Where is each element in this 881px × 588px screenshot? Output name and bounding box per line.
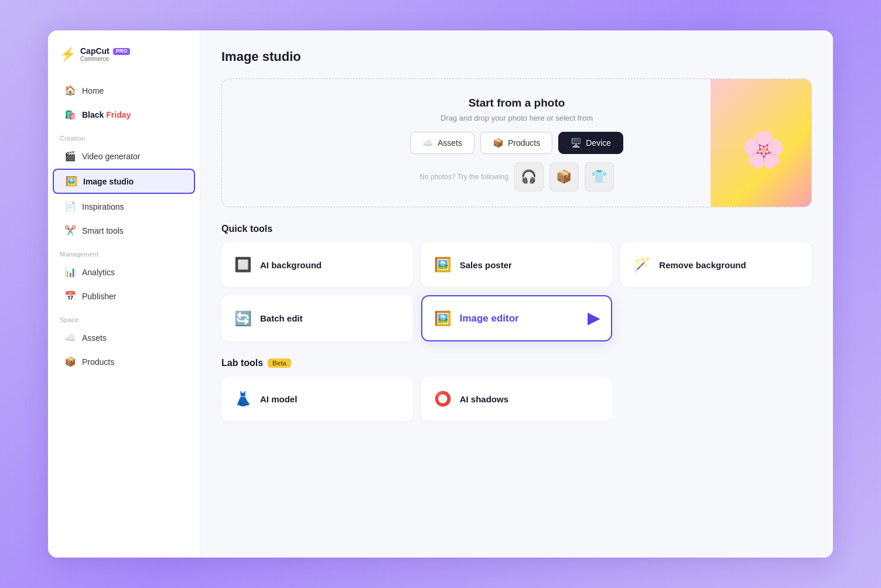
video-generator-icon: 🎬 bbox=[64, 151, 76, 162]
ai-shadows-icon: ⭕ bbox=[434, 391, 452, 407]
inspirations-icon: 📄 bbox=[64, 201, 76, 212]
upload-card: Start from a photo Drag and drop your ph… bbox=[221, 78, 812, 207]
pro-badge: PRO bbox=[113, 48, 131, 55]
logo-main: CapCut bbox=[80, 47, 110, 56]
tool-ai-shadows[interactable]: ⭕ AI shadows bbox=[421, 377, 613, 421]
remove-bg-icon: 🪄 bbox=[633, 257, 651, 273]
sidebar-item-label: Analytics bbox=[82, 268, 115, 277]
sidebar: ⚡ CapCut PRO Commerce 🏠 Home 🛍️ Black Fr… bbox=[48, 30, 200, 558]
sidebar-item-label: Video generator bbox=[82, 152, 140, 161]
sample-thumb-0[interactable]: 🎧 bbox=[514, 162, 544, 192]
page-title: Image studio bbox=[221, 49, 812, 64]
sales-poster-label: Sales poster bbox=[460, 260, 512, 270]
sidebar-item-label: Smart tools bbox=[82, 226, 124, 235]
sidebar-item-smart-tools[interactable]: ✂️ Smart tools bbox=[53, 219, 195, 242]
sidebar-item-home[interactable]: 🏠 Home bbox=[53, 79, 195, 102]
analytics-icon: 📊 bbox=[64, 266, 76, 278]
sidebar-item-label: Assets bbox=[82, 333, 107, 343]
assets-icon: ☁️ bbox=[64, 332, 76, 343]
quick-tools-grid: 🔲 AI background 🖼️ Sales poster 🪄 Remove… bbox=[221, 242, 812, 341]
black-friday-icon: 🛍️ bbox=[64, 109, 76, 120]
logo-icon: ⚡ bbox=[60, 47, 76, 62]
sales-poster-icon: 🖼️ bbox=[434, 257, 452, 273]
assets-btn-icon: ☁️ bbox=[422, 138, 433, 148]
decoration-flower: 🌸 bbox=[711, 79, 812, 207]
tool-remove-background[interactable]: 🪄 Remove background bbox=[620, 242, 812, 287]
logo-area: ⚡ CapCut PRO Commerce bbox=[48, 47, 200, 78]
lab-tools-grid: 👗 AI model ⭕ AI shadows bbox=[221, 377, 812, 421]
section-creation: Creation bbox=[48, 127, 200, 144]
no-photos-row: No photos? Try the following 🎧 📦 👕 bbox=[419, 162, 613, 192]
tool-sales-poster[interactable]: 🖼️ Sales poster bbox=[421, 242, 613, 287]
remove-bg-label: Remove background bbox=[659, 260, 746, 270]
products-btn-icon: 📦 bbox=[493, 138, 504, 148]
device-btn-icon: 🖥️ bbox=[571, 138, 582, 148]
tool-ai-background[interactable]: 🔲 AI background bbox=[221, 242, 413, 287]
image-editor-icon: 🖼️ bbox=[434, 310, 452, 327]
home-icon: 🏠 bbox=[64, 85, 76, 96]
ai-background-label: AI background bbox=[260, 260, 322, 270]
sidebar-item-label: Image studio bbox=[83, 177, 134, 186]
beta-badge: Beta bbox=[268, 358, 291, 368]
sidebar-item-label: Home bbox=[82, 86, 104, 95]
tool-batch-edit[interactable]: 🔄 Batch edit bbox=[221, 295, 413, 341]
upload-card-subtitle: Drag and drop your photo here or select … bbox=[440, 114, 593, 122]
cursor-icon: ▶ bbox=[588, 309, 599, 327]
image-editor-label: Image editor bbox=[460, 313, 519, 324]
device-button[interactable]: 🖥️ Device bbox=[558, 132, 623, 154]
smart-tools-icon: ✂️ bbox=[64, 225, 76, 236]
products-button[interactable]: 📦 Products bbox=[480, 132, 552, 154]
logo-sub: Commerce bbox=[80, 56, 130, 62]
publisher-icon: 📅 bbox=[64, 290, 76, 302]
batch-edit-label: Batch edit bbox=[260, 313, 303, 323]
sidebar-item-assets[interactable]: ☁️ Assets bbox=[53, 326, 195, 349]
content-area: Image studio Start from a photo Drag and… bbox=[200, 30, 833, 558]
assets-button[interactable]: ☁️ Assets bbox=[410, 132, 474, 154]
sidebar-item-image-studio[interactable]: 🖼️ Image studio bbox=[53, 169, 195, 194]
section-management: Management bbox=[48, 242, 200, 260]
no-photos-label: No photos? Try the following bbox=[419, 173, 508, 181]
image-studio-icon: 🖼️ bbox=[66, 176, 77, 187]
products-icon: 📦 bbox=[64, 356, 76, 367]
upload-buttons: ☁️ Assets 📦 Products 🖥️ Device bbox=[410, 132, 623, 154]
ai-background-icon: 🔲 bbox=[234, 257, 252, 273]
main-container: ⚡ CapCut PRO Commerce 🏠 Home 🛍️ Black Fr… bbox=[48, 30, 833, 558]
batch-edit-icon: 🔄 bbox=[234, 310, 252, 327]
ai-shadows-label: AI shadows bbox=[460, 394, 508, 404]
sidebar-item-video-generator[interactable]: 🎬 Video generator bbox=[53, 145, 195, 167]
upload-card-title: Start from a photo bbox=[469, 97, 565, 110]
tool-ai-model[interactable]: 👗 AI model bbox=[221, 377, 413, 421]
sidebar-item-inspirations[interactable]: 📄 Inspirations bbox=[53, 195, 195, 218]
sidebar-item-publisher[interactable]: 📅 Publisher bbox=[53, 285, 195, 307]
sidebar-item-black-friday[interactable]: 🛍️ Black Friday bbox=[53, 103, 195, 126]
sidebar-item-label: Products bbox=[82, 357, 114, 367]
section-space: Space bbox=[48, 308, 200, 326]
sidebar-item-analytics[interactable]: 📊 Analytics bbox=[53, 261, 195, 283]
sidebar-item-products[interactable]: 📦 Products bbox=[53, 350, 195, 373]
sample-thumb-2[interactable]: 👕 bbox=[585, 162, 614, 192]
tool-image-editor[interactable]: 🖼️ Image editor ▶ bbox=[421, 295, 613, 341]
lab-tools-title: Lab tools Beta bbox=[221, 358, 812, 368]
sample-thumb-1[interactable]: 📦 bbox=[549, 162, 579, 192]
ai-model-label: AI model bbox=[260, 394, 297, 404]
ai-model-icon: 👗 bbox=[234, 391, 252, 407]
sidebar-item-label: Inspirations bbox=[82, 202, 124, 211]
quick-tools-title: Quick tools bbox=[221, 224, 812, 234]
sidebar-item-label: Publisher bbox=[82, 292, 116, 301]
sidebar-item-label: Black Friday bbox=[82, 110, 131, 119]
upload-card-decoration: 🌸 bbox=[711, 79, 812, 207]
